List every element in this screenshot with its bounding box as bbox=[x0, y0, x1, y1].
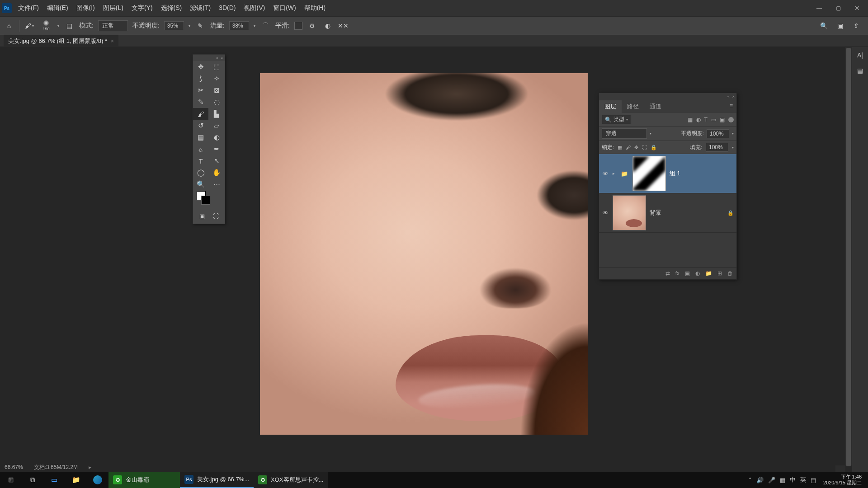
hand-tool[interactable]: ✋ bbox=[209, 167, 224, 178]
chevron-down-icon[interactable]: ▾ bbox=[650, 131, 651, 136]
maximize-button[interactable]: ▢ bbox=[829, 3, 847, 13]
pressure-size-icon[interactable]: ◐ bbox=[322, 20, 333, 31]
marquee-tool[interactable]: ⬚ bbox=[209, 61, 224, 73]
zoom-tool[interactable]: 🔍 bbox=[193, 178, 208, 190]
new-layer-icon[interactable]: ⊞ bbox=[717, 270, 722, 277]
toolbox[interactable]: « × ✥⬚⟆✧✂⊠✎◌🖌▙↺▱▤◐☼✒T↖◯✋🔍⋯ ▣ ⛶ bbox=[193, 54, 225, 224]
delete-layer-icon[interactable]: 🗑 bbox=[727, 270, 733, 277]
frame-tool[interactable]: ⊠ bbox=[209, 84, 224, 96]
adjustment-layer-icon[interactable]: ◐ bbox=[695, 270, 700, 277]
visibility-icon[interactable]: 👁 bbox=[602, 170, 609, 177]
search-icon[interactable]: 🔍 bbox=[818, 20, 829, 31]
tab-layers[interactable]: 图层 bbox=[599, 100, 622, 113]
brush-panel-icon[interactable]: ▤ bbox=[64, 20, 75, 31]
chevron-down-icon[interactable]: ▾ bbox=[732, 145, 734, 150]
brush-tool[interactable]: 🖌 bbox=[193, 108, 208, 120]
symmetry-icon[interactable]: ✕✕ bbox=[338, 20, 349, 31]
lasso-tool[interactable]: ⟆ bbox=[193, 73, 208, 84]
airbrush-icon[interactable]: ⌒ bbox=[260, 20, 271, 31]
menu-edit[interactable]: 编辑(E) bbox=[46, 2, 69, 14]
minimize-button[interactable]: — bbox=[810, 3, 828, 13]
opacity-input[interactable]: 35% bbox=[164, 21, 184, 30]
layers-panel[interactable]: « × 图层 路径 通道 ≡ 🔍 类型 ▾ ▦ ◐ T ▭ ▣ 穿透 ▾ 不透明… bbox=[599, 93, 737, 280]
pressure-opacity-icon[interactable]: ✎ bbox=[195, 20, 206, 31]
menu-select[interactable]: 选择(S) bbox=[160, 2, 183, 14]
menu-type[interactable]: 文字(Y) bbox=[131, 2, 154, 14]
screen-mode-icon[interactable]: ⛶ bbox=[210, 211, 222, 221]
volume-icon[interactable]: 🔊 bbox=[756, 477, 764, 483]
ime-icon[interactable]: 中 bbox=[790, 476, 796, 484]
close-icon[interactable]: × bbox=[221, 56, 223, 60]
eraser-tool[interactable]: ▱ bbox=[209, 120, 224, 131]
menu-window[interactable]: 窗口(W) bbox=[272, 2, 297, 14]
taskbar-app-photoshop[interactable]: Ps 美女.jpg @ 66.7%... bbox=[180, 472, 254, 488]
collapse-icon[interactable]: « bbox=[727, 94, 730, 99]
document-tab-close-icon[interactable]: × bbox=[111, 38, 114, 44]
vertical-scrollbar[interactable] bbox=[845, 47, 852, 465]
layer-opacity-input[interactable]: 100% bbox=[707, 129, 729, 138]
layer-mask-thumb[interactable] bbox=[632, 156, 666, 191]
blend-mode-select[interactable]: 穿透 bbox=[602, 128, 647, 139]
chevron-down-icon[interactable]: ▾ bbox=[254, 24, 255, 28]
fill-input[interactable]: 100% bbox=[706, 143, 728, 152]
lock-transparency-icon[interactable]: ▦ bbox=[618, 145, 622, 150]
canvas[interactable] bbox=[260, 73, 588, 435]
chevron-down-icon[interactable]: ▾ bbox=[57, 24, 59, 28]
taskbar-app-jinshan[interactable]: ✪ 金山毒霸 bbox=[108, 472, 180, 488]
filter-pixel-icon[interactable]: ▦ bbox=[688, 117, 693, 123]
history-brush-tool[interactable]: ↺ bbox=[193, 120, 208, 131]
smooth-value[interactable] bbox=[294, 22, 302, 30]
quick-mask-icon[interactable]: ▣ bbox=[196, 211, 208, 221]
lock-position-icon[interactable]: ✥ bbox=[634, 145, 638, 150]
gradient-tool[interactable]: ▤ bbox=[193, 131, 208, 143]
eyedropper-tool[interactable]: ✎ bbox=[193, 96, 208, 108]
flow-input[interactable]: 38% bbox=[229, 21, 249, 30]
home-icon[interactable]: ⌂ bbox=[4, 20, 14, 31]
close-button[interactable]: ✕ bbox=[848, 3, 866, 13]
character-panel-icon[interactable]: A| bbox=[855, 50, 866, 61]
document-tab[interactable]: 美女.jpg @ 66.7% (组 1, 图层蒙版/8) * × bbox=[4, 35, 118, 47]
more-tool[interactable]: ⋯ bbox=[209, 178, 224, 190]
lock-pixels-icon[interactable]: 🖌 bbox=[626, 145, 631, 150]
type-tool[interactable]: T bbox=[193, 155, 208, 167]
filter-type-icon[interactable]: T bbox=[704, 117, 708, 123]
taskbar-app-xox[interactable]: ✪ XOX客所思声卡控... bbox=[254, 472, 328, 488]
taskbar-clock[interactable]: 下午 1:46 2020/9/15 星期二 bbox=[821, 474, 864, 485]
shape-tool[interactable]: ◯ bbox=[193, 167, 208, 178]
lock-all-icon[interactable]: 🔒 bbox=[651, 145, 657, 150]
filter-adjust-icon[interactable]: ◐ bbox=[696, 117, 701, 123]
share-icon[interactable]: ⇪ bbox=[851, 20, 862, 31]
layer-row-background[interactable]: 👁 背景 🔒 bbox=[599, 193, 736, 233]
layer-name[interactable]: 组 1 bbox=[670, 169, 680, 178]
start-button[interactable]: ⊞ bbox=[0, 472, 22, 488]
background-color[interactable] bbox=[201, 196, 210, 205]
filter-shape-icon[interactable]: ▭ bbox=[711, 117, 716, 123]
expand-icon[interactable]: ▸ bbox=[613, 171, 617, 176]
menu-help[interactable]: 帮助(H) bbox=[303, 2, 326, 14]
filter-kind-select[interactable]: 🔍 类型 ▾ bbox=[602, 115, 631, 124]
mic-icon[interactable]: 🎤 bbox=[768, 477, 775, 483]
tab-channels[interactable]: 通道 bbox=[644, 100, 667, 113]
pen-tool[interactable]: ✒ bbox=[209, 143, 224, 155]
menu-filter[interactable]: 滤镜(T) bbox=[189, 2, 212, 14]
folder-icon[interactable]: 📁 bbox=[65, 472, 87, 488]
panel-menu-icon[interactable]: ≡ bbox=[726, 100, 736, 113]
lock-icon[interactable]: 🔒 bbox=[727, 210, 734, 216]
link-layers-icon[interactable]: ⇄ bbox=[665, 270, 670, 277]
path-select-tool[interactable]: ↖ bbox=[209, 155, 224, 167]
menu-view[interactable]: 视图(V) bbox=[243, 2, 266, 14]
paragraph-panel-icon[interactable]: ▤ bbox=[855, 65, 866, 76]
ime-icon[interactable]: 英 bbox=[800, 476, 806, 484]
move-tool[interactable]: ✥ bbox=[193, 61, 208, 73]
doc-size[interactable]: 文档:3.65M/12.2M bbox=[34, 464, 78, 471]
layer-name[interactable]: 背景 bbox=[650, 209, 661, 217]
crop-tool[interactable]: ✂ bbox=[193, 84, 208, 96]
visibility-icon[interactable]: 👁 bbox=[602, 210, 609, 216]
filter-toggle[interactable] bbox=[728, 117, 734, 122]
zoom-level[interactable]: 66.67% bbox=[5, 464, 23, 470]
file-explorer-icon[interactable]: ▭ bbox=[43, 472, 65, 488]
menu-3d[interactable]: 3D(D) bbox=[218, 2, 236, 14]
tray-app-icon[interactable]: ▦ bbox=[780, 477, 785, 483]
layer-style-icon[interactable]: fx bbox=[675, 270, 679, 277]
layer-row-group[interactable]: 👁 ▸ 📁 组 1 bbox=[599, 154, 736, 193]
